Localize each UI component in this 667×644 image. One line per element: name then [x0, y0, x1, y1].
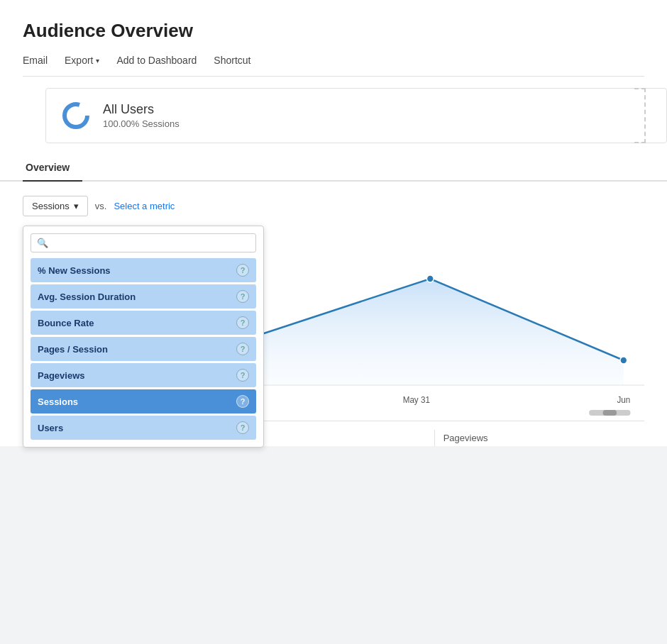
search-icon: 🔍 [37, 238, 48, 248]
shortcut-button[interactable]: Shortcut [214, 55, 250, 66]
dropdown-items-list: % New Sessions?Avg. Session Duration?Bou… [31, 258, 256, 440]
metric-dropdown-panel: 🔍 % New Sessions?Avg. Session Duration?B… [23, 226, 264, 448]
segment-subtitle: 100.00% Sessions [103, 118, 180, 129]
dropdown-item-users[interactable]: Users? [31, 416, 256, 440]
dropdown-item-sessions[interactable]: Sessions? [31, 389, 256, 413]
help-icon-sessions: ? [236, 395, 249, 408]
segment-bar: All Users 100.00% Sessions [45, 88, 667, 143]
metric-pageviews: Pageviews [435, 430, 644, 446]
select-metric-link[interactable]: Select a metric [114, 201, 175, 211]
help-icon-bounce_rate: ? [236, 316, 249, 329]
svg-point-0 [65, 104, 87, 127]
export-button[interactable]: Export ▾ [65, 55, 99, 66]
dropdown-item-avg_duration[interactable]: Avg. Session Duration? [31, 284, 256, 309]
header: Audience Overview Email Export ▾ Add to … [0, 0, 667, 77]
help-icon-avg_duration: ? [236, 290, 249, 303]
help-icon-pageviews: ? [236, 369, 249, 382]
page-title: Audience Overview [23, 20, 644, 42]
svg-rect-7 [603, 410, 617, 416]
segment-name: All Users [103, 102, 180, 117]
vs-label: vs. [95, 201, 107, 211]
svg-point-2 [426, 275, 434, 282]
toolbar: Email Export ▾ Add to Dashboard Shortcut [23, 55, 644, 77]
svg-point-3 [620, 357, 627, 364]
tab-overview[interactable]: Overview [23, 155, 82, 182]
export-chevron-icon: ▾ [96, 57, 99, 65]
dropdown-item-bounce_rate[interactable]: Bounce Rate? [31, 311, 256, 335]
dropdown-item-pages_session[interactable]: Pages / Session? [31, 337, 256, 361]
dropdown-search-input[interactable] [53, 238, 250, 248]
add-dashboard-button[interactable]: Add to Dashboard [116, 55, 197, 66]
sessions-chevron-icon: ▾ [74, 201, 79, 211]
svg-text:Jun: Jun [617, 395, 630, 405]
dropdown-search-box: 🔍 [31, 233, 256, 252]
tabs-row: Overview [0, 155, 667, 182]
sessions-dropdown-button[interactable]: Sessions ▾ [23, 196, 88, 216]
segment-icon [60, 100, 92, 131]
svg-text:May 31: May 31 [403, 395, 430, 405]
help-icon-pages_session: ? [236, 343, 249, 355]
chart-area: Sessions ▾ vs. Select a metric 🔍 % New S… [0, 182, 667, 421]
help-icon-users: ? [236, 421, 249, 434]
page-wrapper: Audience Overview Email Export ▾ Add to … [0, 0, 667, 446]
metric-selector-row: Sessions ▾ vs. Select a metric 🔍 % New S… [23, 196, 644, 216]
dropdown-item-pageviews[interactable]: Pageviews? [31, 363, 256, 387]
segment-dashed-border [634, 88, 646, 143]
help-icon-new_sessions: ? [236, 264, 249, 277]
email-button[interactable]: Email [23, 55, 48, 66]
dropdown-item-new_sessions[interactable]: % New Sessions? [31, 258, 256, 282]
